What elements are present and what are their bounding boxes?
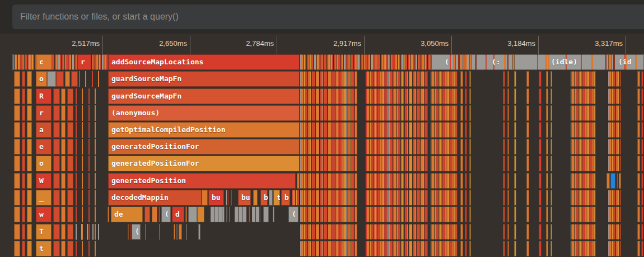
flame-sliver[interactable] [546,207,548,222]
flame-sliver[interactable] [22,224,25,240]
flame-sliver[interactable] [570,105,596,121]
flame-frame[interactable]: (idle) [548,54,596,70]
flame-sliver[interactable] [273,207,274,222]
flame-sliver[interactable] [608,241,621,256]
flame-sliver[interactable] [27,207,32,222]
flame-sliver[interactable] [637,105,640,121]
flame-sliver[interactable] [637,224,640,240]
flame-sliver[interactable] [251,207,260,222]
flame-sliver[interactable] [158,207,160,222]
flame-sliver[interactable] [503,139,505,155]
flame-sliver[interactable] [460,224,463,240]
flame-sliver[interactable] [550,173,552,189]
flame-sliver[interactable] [546,88,548,104]
flame-sliver[interactable] [179,224,182,240]
flame-sliver[interactable] [465,156,467,171]
flame-sliver[interactable] [56,71,64,87]
flame-sliver[interactable] [460,105,463,121]
flame-sliver[interactable] [526,207,529,222]
flame-sliver[interactable] [53,207,60,222]
flame-sliver[interactable] [503,241,505,256]
flame-sliver[interactable] [22,88,25,104]
flame-sliver[interactable] [608,105,621,121]
flame-sliver[interactable] [641,88,643,104]
flame-frame[interactable]: ( [132,224,141,240]
flame-sliver[interactable] [539,224,542,240]
flame-frame[interactable]: a [36,122,52,138]
flame-sliver[interactable] [465,207,467,222]
flame-sliver[interactable] [76,88,99,104]
flame-sliver[interactable] [507,190,509,205]
flame-sliver[interactable] [570,71,596,87]
flame-sliver[interactable] [465,190,467,205]
flame-sliver[interactable] [608,224,621,240]
flame-sliver[interactable] [291,190,300,205]
flame-sliver[interactable] [53,224,60,240]
flame-sliver[interactable] [546,122,548,138]
flame-sliver[interactable] [365,71,428,87]
flame-sliver[interactable] [76,122,99,138]
flame-sliver[interactable] [641,71,643,87]
flame-sliver[interactable] [300,88,357,104]
flame-sliver[interactable] [503,122,505,138]
flame-sliver[interactable] [641,207,643,222]
flame-sliver[interactable] [61,224,66,240]
flame-sliver[interactable] [475,54,477,70]
flame-sliver[interactable] [226,190,227,205]
flame-sliver[interactable] [76,156,99,171]
flame-sliver[interactable] [539,105,542,121]
flame-sliver[interactable] [550,139,552,155]
flame-frame[interactable]: decodedMappin [108,190,202,205]
flame-frame[interactable]: addSourceMapLocations [108,54,300,70]
flame-sliver[interactable] [228,190,229,205]
flame-sliver[interactable] [514,122,516,138]
flame-sliver[interactable] [507,122,509,138]
flame-sliver[interactable] [469,139,471,155]
flame-sliver[interactable] [53,173,60,189]
flame-sliver[interactable] [503,224,505,240]
flame-frame[interactable]: ( [288,207,298,222]
flame-sliver[interactable] [53,105,60,121]
flame-frame[interactable]: e [36,139,52,155]
flame-sliver[interactable] [570,241,596,256]
flame-sliver[interactable] [503,190,505,205]
flame-sliver[interactable] [514,173,516,189]
flame-sliver[interactable] [503,105,505,121]
flame-sliver[interactable] [526,88,529,104]
flame-sliver[interactable] [22,105,25,121]
flame-sliver[interactable] [550,122,552,138]
flame-sliver[interactable] [469,173,471,189]
flame-sliver[interactable] [641,156,643,171]
flame-frame[interactable]: bu [208,190,224,205]
flame-sliver[interactable] [186,224,187,240]
flame-sliver[interactable] [144,207,150,222]
flame-sliver[interactable] [61,105,66,121]
flame-sliver[interactable] [507,156,509,171]
flame-frame[interactable]: o [36,156,52,171]
flame-sliver[interactable] [67,88,73,104]
flame-sliver[interactable] [300,71,357,87]
flame-sliver[interactable] [546,139,548,155]
flame-sliver[interactable] [514,71,516,87]
flame-sliver[interactable] [14,207,20,222]
flame-sliver[interactable] [460,156,463,171]
flame-sliver[interactable] [507,54,508,70]
flame-sliver[interactable] [610,173,615,189]
flame-sliver[interactable] [14,173,20,189]
flame-sliver[interactable] [550,156,552,171]
flame-sliver[interactable] [526,156,529,171]
flame-sliver[interactable] [539,139,542,155]
flame-sliver[interactable] [76,105,99,121]
flame-frame[interactable]: ( [441,54,458,70]
flame-sliver[interactable] [65,71,70,87]
flame-sliver[interactable] [27,156,32,171]
flame-sliver[interactable] [365,88,428,104]
flame-sliver[interactable] [539,190,542,205]
flame-sliver[interactable] [14,156,20,171]
flame-sliver[interactable] [550,88,552,104]
flame-sliver[interactable] [514,105,516,121]
flame-sliver[interactable] [514,241,516,256]
flame-sliver[interactable] [546,105,548,121]
flame-sliver[interactable] [539,241,542,256]
flame-sliver[interactable] [430,224,458,240]
